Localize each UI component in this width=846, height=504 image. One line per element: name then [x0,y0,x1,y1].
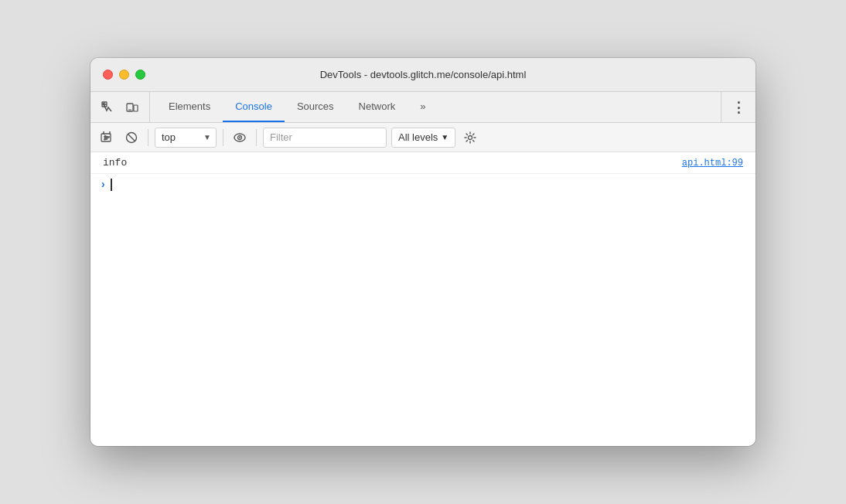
tab-overflow[interactable]: » [408,92,438,122]
console-toolbar: top ▼ All levels ▼ [90,123,756,152]
levels-arrow: ▼ [441,133,449,141]
toolbar-divider-1 [148,129,148,146]
titlebar: DevTools - devtools.glitch.me/console/ap… [90,58,756,92]
console-entry-text: info [103,157,127,169]
context-selector[interactable]: top ▼ [155,128,217,148]
context-dropdown-arrow: ▼ [203,133,211,141]
toolbar-divider-3 [256,129,257,146]
close-button[interactable] [103,70,113,80]
tab-console[interactable]: Console [223,92,285,122]
toolbar-divider-2 [223,129,223,146]
svg-marker-9 [104,135,110,141]
traffic-lights [103,70,145,80]
svg-line-11 [128,134,135,141]
inspect-element-button[interactable] [97,97,118,118]
console-content: info api.html:99 › [90,152,756,446]
console-settings-button[interactable] [460,128,480,148]
tab-elements[interactable]: Elements [156,92,223,122]
window-title: DevTools - devtools.glitch.me/console/ap… [320,69,527,80]
console-input-row[interactable]: › [90,174,756,196]
console-cursor [111,179,112,191]
toolbar-right-icons: ⋮ [721,92,749,122]
tab-sources[interactable]: Sources [285,92,346,122]
clear-console-button[interactable] [97,128,117,148]
console-entry-info: info api.html:99 [90,152,756,174]
main-tabs: Elements Console Sources Network » [156,92,721,122]
block-icon-button[interactable] [121,128,142,148]
svg-point-15 [469,135,472,139]
svg-rect-2 [134,105,138,111]
filter-input[interactable] [263,128,387,148]
console-prompt-symbol: › [100,179,106,191]
live-expressions-button[interactable] [230,128,250,148]
tab-network[interactable]: Network [346,92,408,122]
minimize-button[interactable] [119,70,129,80]
toolbar-left-icons [97,92,150,122]
console-source-link[interactable]: api.html:99 [682,158,743,169]
devtools-window: DevTools - devtools.glitch.me/console/ap… [90,58,756,446]
more-tools-button[interactable]: ⋮ [728,97,749,118]
svg-point-14 [239,137,240,138]
device-toolbar-button[interactable] [121,97,143,118]
log-levels-button[interactable]: All levels ▼ [391,128,455,148]
maximize-button[interactable] [135,70,145,80]
main-toolbar: Elements Console Sources Network » ⋮ [90,92,756,123]
